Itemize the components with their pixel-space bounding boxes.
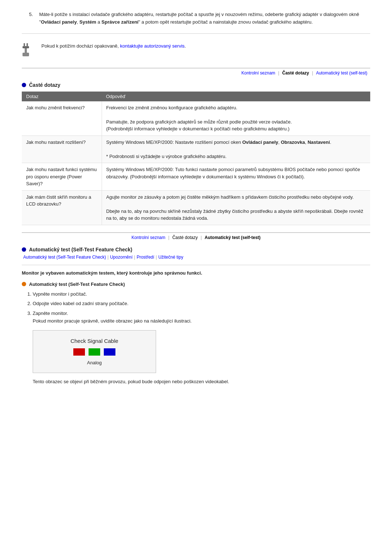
color-blocks xyxy=(44,348,145,356)
step-item-3: Zapněte monitor. Pokud monitor pracuje s… xyxy=(33,310,370,325)
step-5-number: 5. xyxy=(29,11,36,26)
step-5-text: Máte-li potíže s instalací ovladače graf… xyxy=(39,11,370,26)
color-block-green xyxy=(89,348,100,356)
section2-header: Automatický test (Self-Test Feature Chec… xyxy=(22,247,370,252)
faq-row-4: Jak mám čistit skříň monitoru a LCD obra… xyxy=(22,190,370,225)
section2-title: Automatický test (Self-Test Feature Chec… xyxy=(29,247,132,252)
sub-nav-link-1[interactable]: Automatický test (Self-Test Feature Chec… xyxy=(22,255,107,260)
faq-a4: Agujte monitor ze zásuvky a potom jej či… xyxy=(102,190,370,225)
step-item-2: Odpojte video kabel od zadní strany počí… xyxy=(33,300,370,308)
tip-icon xyxy=(22,42,36,57)
bottom-nav-item-1[interactable]: Kontrolní seznam xyxy=(128,235,168,240)
monitor-illustration: Check Signal Cable Analog xyxy=(33,330,156,373)
faq-col-dotaz: Dotaz xyxy=(22,92,102,101)
tip-row: Pokud k potížím dochází opakovaně, konta… xyxy=(22,39,370,64)
sub-nav-link-4[interactable]: Užitečné tipy xyxy=(157,255,185,260)
faq-q2: Jak mohu nastavit rozlišení? xyxy=(22,135,102,163)
svg-rect-4 xyxy=(26,43,28,47)
sub-nav: Automatický test (Self-Test Feature Chec… xyxy=(22,255,370,260)
bold-note: Monitor je vybaven automatickým testem, … xyxy=(22,270,370,276)
step-5-item: 5. Máte-li potíže s instalací ovladače g… xyxy=(29,11,370,26)
faq-a2: Systémy Windows ME/XP/2000: Nastavte roz… xyxy=(102,135,370,163)
subsection-header: Automatický test (Self-Test Feature Chec… xyxy=(22,281,370,287)
subsection-bullet xyxy=(22,282,26,286)
top-nav-item-3[interactable]: Automatický test (self-test) xyxy=(313,70,370,76)
tip-text: Pokud k potížím dochází opakovaně, konta… xyxy=(41,42,186,50)
steps-list: Vypněte monitor i počítač. Odpojte video… xyxy=(33,291,370,325)
top-nav-item-1[interactable]: Kontrolní seznam xyxy=(238,70,278,76)
svg-rect-3 xyxy=(24,43,25,47)
section1-bullet xyxy=(22,83,26,87)
faq-table: Dotaz Odpověď Jak mohu změnit frekvenci?… xyxy=(22,92,370,225)
bottom-nav-item-2[interactable]: Časté dotazy xyxy=(170,235,201,240)
analog-label: Analog xyxy=(44,360,145,365)
faq-q1: Jak mohu změnit frekvenci? xyxy=(22,101,102,136)
illustration-note: Tento obrazec se objeví při běžném provo… xyxy=(33,378,370,386)
faq-col-odpoved: Odpověď xyxy=(102,92,370,101)
bold-spravce: Správce zařízení xyxy=(102,19,139,25)
faq-q3: Jak mohu nastavit funkci systému pro úsp… xyxy=(22,163,102,191)
step-5-container: 5. Máte-li potíže s instalací ovladače g… xyxy=(22,11,370,26)
section2-bullet xyxy=(22,247,26,252)
svg-rect-2 xyxy=(23,46,29,48)
faq-row-3: Jak mohu nastavit funkci systému pro úsp… xyxy=(22,163,370,191)
section1-title: Časté dotazy xyxy=(29,82,60,88)
bottom-nav-item-3[interactable]: Automatický test (self-test) xyxy=(202,235,264,240)
faq-a3: Systémy Windows ME/XP/2000: Tuto funkci … xyxy=(102,163,370,191)
tip-text-after: . xyxy=(185,43,186,49)
bold-system: Systém xyxy=(79,19,96,25)
divider-2 xyxy=(22,265,370,265)
sub-nav-link-3[interactable]: Prostředí xyxy=(135,255,156,260)
faq-row-2: Jak mohu nastavit rozlišení? Systémy Win… xyxy=(22,135,370,163)
check-signal-text: Check Signal Cable xyxy=(44,338,145,344)
divider-1 xyxy=(22,33,370,34)
tip-link[interactable]: kontaktujte autorizovaný servis xyxy=(120,43,185,49)
faq-row-1: Jak mohu změnit frekvenci? Frekvenci lze… xyxy=(22,101,370,136)
sub-nav-link-2[interactable]: Upozornění xyxy=(109,255,134,260)
color-block-red xyxy=(73,348,85,356)
subsection-title: Automatický test (Self-Test Feature Chec… xyxy=(29,281,125,287)
step-item-1: Vypněte monitor i počítač. xyxy=(33,291,370,298)
top-nav-item-2[interactable]: Časté dotazy xyxy=(279,70,312,76)
section1-header: Časté dotazy xyxy=(22,82,370,88)
faq-q4: Jak mám čistit skříň monitoru a LCD obra… xyxy=(22,190,102,225)
top-nav-bar: Kontrolní seznam | Časté dotazy | Automa… xyxy=(22,68,370,76)
bottom-nav-bar: Kontrolní seznam | Časté dotazy | Automa… xyxy=(22,232,370,240)
section2-container: Automatický test (Self-Test Feature Chec… xyxy=(22,247,370,386)
bold-ovladaci: Ovládací panely xyxy=(41,19,77,25)
tip-text-before: Pokud k potížím dochází opakovaně, xyxy=(41,43,120,49)
color-block-blue xyxy=(104,348,115,356)
faq-a1: Frekvenci lze změnit změnou konfigurace … xyxy=(102,101,370,136)
